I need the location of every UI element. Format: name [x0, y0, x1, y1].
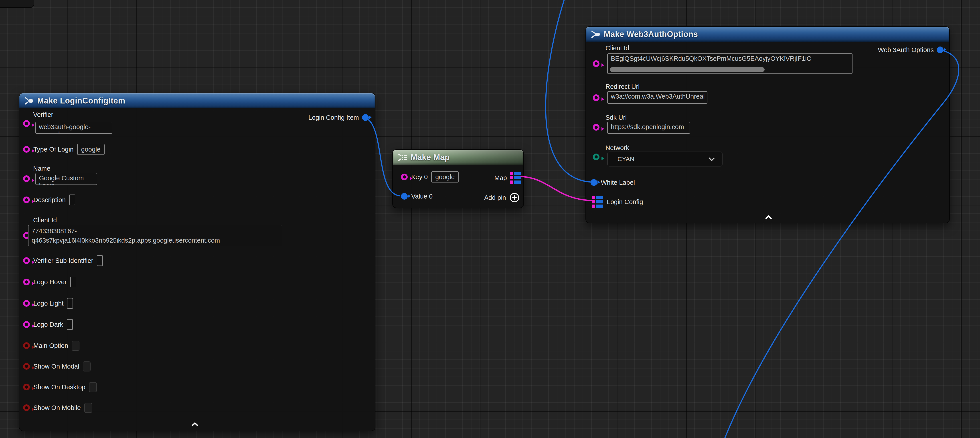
pin-label-value0: Value 0 — [411, 193, 433, 200]
logo-hover-input[interactable] — [70, 277, 76, 287]
pin-label-network: Network — [606, 144, 629, 151]
pin-label-main-option: Main Option — [33, 342, 68, 349]
node-header-make-map[interactable]: Make Map — [393, 150, 523, 165]
pin-row-verifier-sub-identifier: Verifier Sub Identifier — [23, 255, 103, 266]
pin-label-description: Description — [33, 196, 66, 204]
pin-row-key0: Key 0 google — [401, 171, 459, 183]
output-pin-row-login-config-item[interactable]: Login Config Item — [309, 112, 369, 123]
node-header-make-loginconfigitem[interactable]: Make LoginConfigItem — [19, 93, 375, 108]
output-pin-row-web3auth-options[interactable]: Web 3Auth Options — [878, 44, 943, 56]
struct-output-pin[interactable] — [937, 46, 943, 53]
output-pin-row-map[interactable]: Map — [495, 171, 521, 185]
network-dropdown[interactable]: CYAN — [607, 151, 722, 166]
collapse-chevron-icon[interactable] — [191, 422, 199, 427]
wire-offscreen-to-white-label[interactable] — [546, 0, 591, 182]
pin-row-login-config: Login Config — [592, 195, 643, 209]
pin-row-logo-dark: Logo Dark — [23, 319, 73, 330]
name-input[interactable]: Google Custom Login — [35, 173, 97, 185]
network-dropdown-value: CYAN — [617, 156, 635, 163]
pin-row-show-on-mobile: Show On Mobile — [23, 402, 92, 413]
output-pin-label: Login Config Item — [309, 114, 359, 121]
collapse-chevron-icon[interactable] — [765, 215, 772, 220]
string-pin-logo-light[interactable] — [23, 300, 30, 307]
bool-pin-show-on-modal[interactable] — [23, 363, 30, 370]
node-title: Make Map — [410, 153, 450, 162]
struct-output-pin[interactable] — [362, 114, 369, 121]
key0-input[interactable]: google — [431, 171, 459, 183]
pin-label-logo-light: Logo Light — [33, 300, 64, 307]
type-of-login-input[interactable]: google — [77, 144, 105, 155]
pin-row-description: Description — [23, 194, 75, 205]
wire-map-to-login-config[interactable] — [521, 177, 591, 201]
client-id-input-scrollbar[interactable] — [610, 67, 765, 72]
description-input[interactable] — [69, 194, 75, 205]
string-pin-verifier-sub-identifier[interactable] — [23, 257, 30, 264]
pin-label-redirect-url: Redirect Url — [606, 83, 640, 90]
show-on-desktop-checkbox[interactable] — [89, 382, 97, 392]
verifier-input[interactable]: web3auth-google-example — [35, 122, 112, 134]
chevron-down-icon — [708, 157, 716, 162]
pin-label-type-of-login: Type Of Login — [33, 146, 74, 153]
node-make-web3authoptions[interactable]: Make Web3AuthOptions Web 3Auth Options C… — [585, 26, 950, 223]
pin-label-logo-dark: Logo Dark — [33, 321, 63, 328]
string-pin-verifier[interactable] — [23, 120, 30, 127]
logo-light-input[interactable] — [67, 298, 73, 309]
verifier-sub-identifier-input[interactable] — [97, 255, 103, 266]
string-pin-redirect-url[interactable] — [593, 94, 600, 101]
show-on-mobile-checkbox[interactable] — [84, 403, 92, 413]
object-pin-white-label[interactable] — [590, 179, 597, 186]
make-struct-icon — [590, 29, 601, 40]
pin-label-key0: Key 0 — [411, 174, 428, 181]
enum-pin-network[interactable] — [593, 154, 600, 160]
pin-row-type-of-login: Type Of Login google — [23, 144, 105, 155]
logo-dark-input[interactable] — [67, 319, 73, 330]
pin-label-client-id: Client Id — [33, 217, 57, 224]
pin-label-login-config: Login Config — [607, 198, 643, 205]
pin-row-white-label: White Label — [590, 177, 635, 188]
string-pin-description[interactable] — [23, 196, 30, 203]
sdk-url-input[interactable]: https://sdk.openlogin.com — [607, 122, 690, 134]
map-output-pin[interactable] — [510, 172, 521, 184]
client-id-input[interactable]: 774338308167- q463s7kpvja16l4l0kko3nb925… — [28, 225, 282, 246]
pin-row-show-on-desktop: Show On Desktop — [23, 381, 97, 393]
add-pin-icon[interactable] — [509, 192, 520, 203]
object-pin-value0[interactable] — [401, 193, 408, 200]
string-pin-name[interactable] — [23, 175, 30, 182]
pin-label-verifier-sub-identifier: Verifier Sub Identifier — [33, 257, 93, 264]
show-on-modal-checkbox[interactable] — [83, 362, 91, 371]
pin-row-logo-hover: Logo Hover — [23, 276, 76, 288]
blueprint-graph-canvas[interactable]: Make LoginConfigItem Login Config Item V… — [0, 0, 980, 438]
bool-pin-main-option[interactable] — [23, 342, 30, 349]
string-pin-logo-hover[interactable] — [23, 279, 30, 285]
node-make-loginconfigitem[interactable]: Make LoginConfigItem Login Config Item V… — [19, 93, 375, 431]
bool-pin-show-on-mobile[interactable] — [23, 405, 30, 411]
node-title: Make Web3AuthOptions — [604, 30, 698, 39]
pin-label-client-id: Client Id — [606, 45, 629, 52]
string-pin-logo-dark[interactable] — [23, 321, 30, 328]
string-pin-type-of-login[interactable] — [23, 146, 30, 153]
pin-label-show-on-mobile: Show On Mobile — [33, 404, 81, 411]
pin-label-sdk-url: Sdk Url — [606, 114, 627, 121]
node-make-map[interactable]: Make Map Key 0 google Map Value 0 Add pi… — [392, 149, 524, 208]
node-header-make-web3authoptions[interactable]: Make Web3AuthOptions — [586, 27, 949, 41]
pin-row-main-option: Main Option — [23, 340, 80, 351]
pin-label-name: Name — [33, 165, 50, 172]
pin-label-verifier: Verifier — [33, 111, 53, 118]
string-pin-key0[interactable] — [401, 174, 408, 180]
string-pin-client-id[interactable] — [593, 60, 600, 67]
main-option-checkbox[interactable] — [72, 341, 80, 351]
node-title: Make LoginConfigItem — [37, 96, 125, 105]
redirect-url-input[interactable]: w3a://com.w3a.Web3AuthUnreal — [607, 91, 707, 104]
bool-pin-show-on-desktop[interactable] — [23, 384, 30, 390]
offscreen-node-corner — [0, 0, 34, 8]
pin-label-show-on-desktop: Show On Desktop — [33, 384, 86, 391]
output-pin-label: Web 3Auth Options — [878, 46, 934, 54]
add-pin-row[interactable]: Add pin — [484, 192, 520, 203]
make-map-icon — [397, 152, 407, 162]
map-pin-login-config[interactable] — [592, 196, 603, 208]
make-struct-icon — [24, 96, 34, 106]
pin-label-logo-hover: Logo Hover — [33, 279, 67, 286]
string-pin-sdk-url[interactable] — [593, 124, 600, 131]
pin-label-white-label: White Label — [601, 179, 635, 186]
pin-label-show-on-modal: Show On Modal — [33, 363, 79, 370]
